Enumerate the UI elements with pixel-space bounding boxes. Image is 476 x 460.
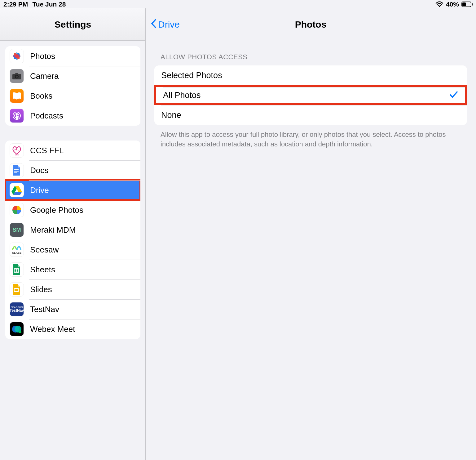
google-docs-app-icon: [10, 163, 24, 177]
detail-title: Photos: [295, 19, 327, 30]
wifi-icon: [435, 1, 443, 7]
sidebar-item-label: TestNav: [30, 305, 59, 314]
google-photos-app-icon: [10, 203, 24, 217]
svg-rect-20: [14, 171, 19, 172]
detail-nav-bar: Drive Photos: [146, 8, 476, 41]
google-slides-app-icon: [10, 282, 24, 297]
sidebar-group-system: Photos Camera Books: [5, 46, 140, 126]
sidebar-item-label: Seesaw: [30, 245, 59, 255]
status-right: 40%: [435, 1, 473, 8]
sidebar-item-label: Drive: [30, 185, 49, 195]
books-app-icon: [10, 89, 24, 103]
google-drive-app-icon: [10, 183, 24, 197]
back-label: Drive: [158, 19, 180, 30]
detail-pane: Drive Photos ALLOW PHOTOS ACCESS Selecte…: [146, 8, 476, 460]
svg-rect-29: [19, 331, 21, 333]
sidebar-item-label: Docs: [30, 166, 48, 175]
sidebar-item-label: Google Photos: [30, 205, 83, 215]
split-view: Settings: [0, 8, 476, 460]
sidebar-item-photos[interactable]: Photos: [5, 46, 140, 66]
sidebar-item-label: Photos: [30, 51, 55, 61]
sidebar-item-testnav[interactable]: PEARSON TestNav TestNav: [5, 299, 140, 319]
battery-icon: [461, 2, 473, 7]
meraki-mdm-app-icon: SM: [10, 223, 24, 237]
option-label: All Photos: [163, 91, 201, 100]
sidebar-item-label: Meraki MDM: [30, 225, 76, 235]
option-label: None: [161, 110, 181, 120]
sidebar-item-ccs-ffl[interactable]: FFLCCS CCS FFL: [5, 141, 140, 160]
sidebar-item-camera[interactable]: Camera: [5, 66, 140, 86]
sidebar-item-sheets[interactable]: Sheets: [5, 260, 140, 279]
sidebar-scroll[interactable]: Photos Camera Books: [0, 41, 145, 366]
svg-point-0: [439, 6, 440, 7]
sidebar-item-label: Podcasts: [30, 111, 63, 121]
checkmark-icon: [449, 90, 458, 100]
section-footer: Allow this app to access your full photo…: [154, 125, 467, 149]
sidebar-item-books[interactable]: Books: [5, 86, 140, 106]
sidebar-item-label: Camera: [30, 71, 59, 81]
option-all-photos[interactable]: All Photos: [154, 85, 467, 105]
sidebar-title: Settings: [0, 8, 145, 41]
status-time: 2:29 PM: [3, 1, 28, 8]
svg-point-16: [16, 114, 18, 116]
podcasts-app-icon: [10, 109, 24, 123]
svg-point-13: [16, 76, 18, 78]
sidebar-item-google-photos[interactable]: Google Photos: [5, 200, 140, 220]
sidebar-item-label: Slides: [30, 285, 52, 294]
status-bar: 2:29 PM Tue Jun 28 40%: [0, 0, 476, 8]
sidebar-item-label: Webex Meet: [30, 324, 75, 334]
camera-app-icon: [10, 69, 24, 83]
sidebar-group-apps: FFLCCS CCS FFL Docs Drive: [5, 141, 140, 339]
option-selected-photos[interactable]: Selected Photos: [154, 65, 467, 85]
svg-rect-19: [14, 169, 19, 170]
ccs-ffl-app-icon: FFLCCS: [10, 143, 24, 158]
detail-body[interactable]: ALLOW PHOTOS ACCESS Selected Photos All …: [146, 41, 476, 162]
option-label: Selected Photos: [161, 71, 222, 80]
photos-app-icon: [10, 49, 24, 63]
sidebar-item-drive[interactable]: Drive: [5, 180, 140, 200]
testnav-app-icon: PEARSON TestNav: [10, 302, 24, 316]
battery-percentage: 40%: [446, 1, 459, 8]
chevron-left-icon: [151, 19, 157, 31]
settings-app-root: 2:29 PM Tue Jun 28 40% Settings: [0, 0, 476, 460]
google-sheets-app-icon: [10, 262, 24, 277]
photos-access-options: Selected Photos All Photos None: [154, 65, 467, 125]
settings-sidebar: Settings: [0, 8, 146, 460]
section-header: ALLOW PHOTOS ACCESS: [154, 53, 467, 65]
back-button[interactable]: Drive: [151, 19, 180, 31]
sidebar-item-slides[interactable]: Slides: [5, 279, 140, 299]
svg-text:FFL: FFL: [15, 148, 19, 151]
sidebar-item-webex[interactable]: Webex Meet: [5, 319, 140, 339]
sidebar-item-label: Sheets: [30, 265, 55, 275]
sidebar-item-docs[interactable]: Docs: [5, 160, 140, 180]
option-none[interactable]: None: [154, 105, 467, 125]
sidebar-item-meraki[interactable]: SM Meraki MDM: [5, 220, 140, 240]
seesaw-app-icon: CLASS: [10, 243, 24, 257]
status-left: 2:29 PM Tue Jun 28: [3, 1, 66, 8]
svg-rect-2: [462, 2, 466, 6]
svg-text:CCS: CCS: [15, 154, 19, 156]
webex-meet-app-icon: [10, 322, 24, 336]
sidebar-item-seesaw[interactable]: CLASS Seesaw: [5, 240, 140, 260]
svg-rect-21: [14, 172, 17, 173]
status-date: Tue Jun 28: [32, 1, 66, 8]
sidebar-item-podcasts[interactable]: Podcasts: [5, 106, 140, 126]
sidebar-item-label: Books: [30, 91, 52, 101]
sidebar-item-label: CCS FFL: [30, 146, 64, 155]
svg-rect-3: [472, 3, 473, 6]
